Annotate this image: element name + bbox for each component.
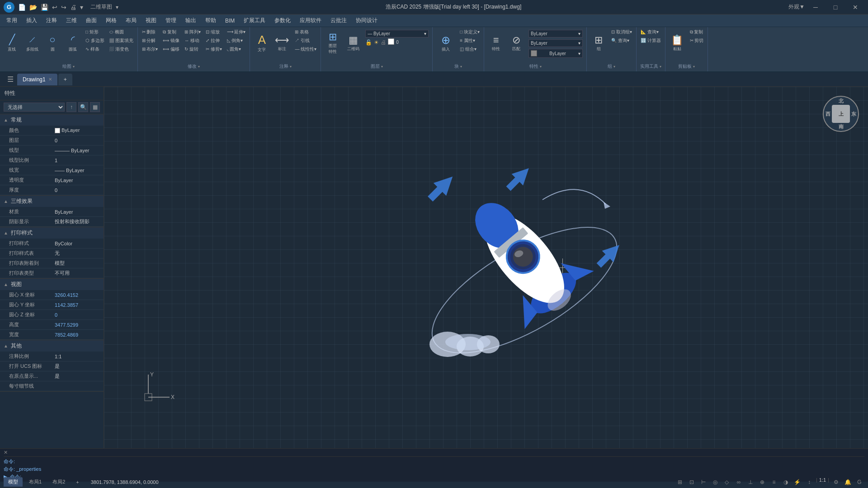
lineweight-bylayer-dropdown[interactable]: ByLayer▾ — [528, 49, 583, 58]
status-osnap-icon[interactable]: ◇ — [722, 477, 732, 487]
status-lw-icon[interactable]: ≡ — [769, 477, 779, 487]
annotation-text-button[interactable]: A 文字 — [252, 28, 272, 58]
ribbon-layer-label[interactable]: 图层▾ — [323, 62, 430, 70]
status-ducs-icon[interactable]: ⊥ — [745, 477, 755, 487]
tab-hamburger-icon[interactable]: ☰ — [4, 73, 17, 85]
canvas-area[interactable]: 北 南 东 西 上 Y X — [104, 87, 868, 448]
status-grid-icon[interactable]: ⊞ — [675, 477, 685, 487]
menu-bangzhu[interactable]: 帮助 — [201, 15, 221, 26]
prop-group-other-header[interactable]: ▲ 其他 — [0, 340, 104, 352]
prop-group-print-header[interactable]: ▲ 打印样式 — [0, 227, 104, 239]
layer-sun-icon[interactable]: ☀ — [374, 39, 379, 46]
workspace-arrow[interactable]: ▾ — [116, 4, 118, 10]
tab-layout2[interactable]: 布局2 — [48, 477, 70, 487]
modify-explode-button[interactable]: ⊞ 分解 — [140, 37, 160, 45]
draw-line-button[interactable]: ╱ 直线 — [2, 28, 22, 58]
status-sc-icon[interactable]: ↕ — [804, 477, 814, 487]
draw-polygon-button[interactable]: ⬡ 多边形 — [83, 37, 107, 45]
tab-add[interactable]: + — [58, 74, 72, 85]
menu-kuozhangtu[interactable]: 扩展工具 — [239, 15, 270, 26]
menu-canshuhua[interactable]: 参数化 — [270, 15, 295, 26]
draw-gradient-button[interactable]: ▨ 渐变色 — [107, 45, 136, 53]
close-button[interactable]: ✕ — [846, 1, 864, 14]
draw-spline-button[interactable]: ∿ 样条 — [83, 45, 107, 53]
color-bylayer-dropdown[interactable]: ByLayer▾ — [528, 30, 583, 38]
insert-block-button[interactable]: ⊕ 插入 — [434, 28, 457, 58]
status-qp-icon[interactable]: ⚡ — [793, 477, 802, 487]
cut-button[interactable]: ✂ 剪切 — [688, 37, 706, 45]
annotation-dim-button[interactable]: ⟷ 标注 — [272, 28, 292, 58]
paste-button[interactable]: 📋 粘贴 — [667, 28, 687, 58]
modify-offset-button[interactable]: ⟺ 偏移 — [160, 45, 182, 53]
menu-changyu[interactable]: 常用 — [2, 15, 22, 26]
prop-group-general-header[interactable]: ▲ 常规 — [0, 114, 104, 126]
status-dyn-icon[interactable]: ⊕ — [757, 477, 767, 487]
status-bell-icon[interactable]: 🔔 — [843, 477, 853, 487]
modify-move-button[interactable]: ↔ 移动 — [182, 37, 203, 45]
ribbon-draw-label[interactable]: 绘图▾ — [2, 62, 136, 70]
ribbon-group-label[interactable]: 组▾ — [589, 62, 634, 70]
ribbon-properties-label[interactable]: 特性▾ — [486, 62, 585, 70]
group-button[interactable]: ⊞ 组 — [589, 28, 609, 58]
modify-rotate-button[interactable]: ↻ 旋转 — [182, 45, 203, 53]
modify-chamfer-button[interactable]: ◺ 倒角▾ — [225, 37, 248, 45]
qa-print-icon[interactable]: 🖨 — [70, 4, 76, 11]
command-close-icon[interactable]: ✕ — [4, 450, 8, 455]
measure-button[interactable]: 📐 查询▾ — [638, 28, 663, 36]
properties-button[interactable]: ≡ 特性 — [486, 28, 506, 58]
qa-undo-icon[interactable]: ↩ — [52, 4, 57, 11]
menu-sanwei[interactable]: 三维 — [61, 15, 81, 26]
status-snap-icon[interactable]: ⊡ — [687, 477, 697, 487]
ribbon-modify-label[interactable]: 修改▾ — [140, 62, 248, 70]
view-label[interactable]: 外观▼ — [788, 3, 805, 11]
tab-drawing1[interactable]: Drawing1 ✕ — [17, 74, 57, 85]
minimize-button[interactable]: ─ — [807, 1, 825, 14]
annotation-table-button[interactable]: ⊞ 表格 — [292, 28, 319, 36]
menu-yingyong[interactable]: 应用软件 — [295, 15, 326, 26]
draw-rect-button[interactable]: □ 矩形 — [83, 28, 107, 36]
qa-redo-icon[interactable]: ↪ — [61, 4, 66, 11]
draw-circle-button[interactable]: ○ 圆 — [42, 28, 62, 58]
maximize-button[interactable]: □ — [826, 1, 844, 14]
menu-yunpizhu[interactable]: 云批注 — [326, 15, 351, 26]
draw-polyline-button[interactable]: ⟋ 多段线 — [22, 28, 42, 58]
modify-trim-button[interactable]: ✂ 修剪▾ — [203, 45, 224, 53]
modify-stretch-button[interactable]: ⤢ 拉伸 — [203, 37, 224, 45]
menu-guanli[interactable]: 管理 — [161, 15, 181, 26]
draw-arc-button[interactable]: ◜ 圆弧 — [63, 28, 83, 58]
menu-buju[interactable]: 布局 — [121, 15, 141, 26]
qa-new-icon[interactable]: 📄 — [18, 4, 26, 11]
layer-color-icon[interactable] — [388, 38, 394, 46]
menu-qumian[interactable]: 曲面 — [81, 15, 101, 26]
layer-print-icon[interactable]: 🖨 — [381, 39, 386, 46]
status-polar-icon[interactable]: ◎ — [710, 477, 720, 487]
query-button[interactable]: 🔍 查询▾ — [609, 37, 634, 45]
modify-fillet-button[interactable]: ◟ 圆角▾ — [225, 45, 248, 53]
modify-copy-button[interactable]: ⧉ 复制 — [160, 28, 182, 36]
menu-charu[interactable]: 插入 — [22, 15, 42, 26]
tab-model[interactable]: 模型 — [4, 477, 23, 487]
layer-dropdown[interactable]: — ByLayer▾ — [365, 30, 429, 38]
annotation-leader-button[interactable]: ↗ 引线 — [292, 37, 319, 45]
prop-group-3d-header[interactable]: ▲ 三维效果 — [0, 196, 104, 207]
ribbon-clipboard-label[interactable]: 剪贴板▾ — [667, 62, 706, 70]
menu-shitu[interactable]: 视图 — [141, 15, 161, 26]
modify-array-button[interactable]: ⊞ 阵列▾ — [182, 28, 203, 36]
status-settings-icon[interactable]: ⚙ — [831, 477, 841, 487]
block-attr-button[interactable]: ≡ 属性▾ — [458, 37, 482, 45]
status-ortho-icon[interactable]: ⊢ — [698, 477, 708, 487]
ungroup-button[interactable]: ⊡ 取消组▾ — [609, 28, 634, 36]
match-properties-button[interactable]: ⊘ 匹配 — [506, 28, 526, 58]
tab-drawing1-close[interactable]: ✕ — [48, 77, 52, 82]
tab-layout1[interactable]: 布局1 — [24, 477, 46, 487]
status-tp-icon[interactable]: ◑ — [781, 477, 791, 487]
prop-group-view-header[interactable]: ▲ 视图 — [0, 279, 104, 290]
qrcode-button[interactable]: ▦ 二维码 — [343, 28, 363, 58]
qa-save-icon[interactable]: 💾 — [41, 4, 48, 11]
draw-hatch-button[interactable]: ▦ 图案填充 — [107, 37, 136, 45]
ribbon-utility-label[interactable]: 实用工具▾ — [638, 62, 663, 70]
tab-add-layout[interactable]: + — [71, 478, 83, 486]
block-group-button[interactable]: ◫ 组合▾ — [458, 45, 482, 53]
qa-open-icon[interactable]: 📂 — [29, 4, 37, 11]
modify-scale-button[interactable]: ⊡ 缩放 — [203, 28, 224, 36]
